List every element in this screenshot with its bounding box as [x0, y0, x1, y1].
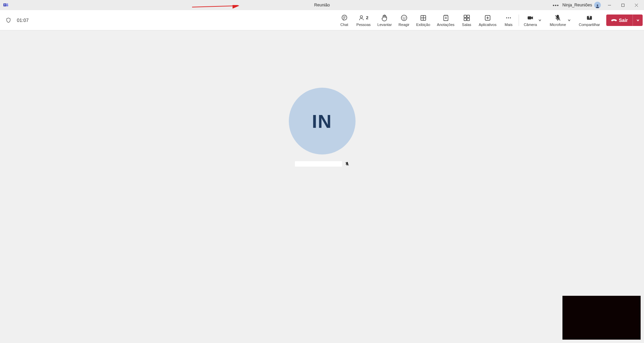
participant-initials: IN: [312, 110, 332, 132]
svg-rect-29: [464, 18, 466, 20]
view-button[interactable]: Exibição: [413, 10, 434, 30]
camera-icon: [527, 14, 534, 22]
leave-button-group: Sair: [606, 15, 643, 26]
notes-icon: [442, 14, 450, 22]
microphone-muted-icon: [554, 14, 561, 22]
participant-name-redacted: [295, 161, 342, 167]
notes-button[interactable]: Anotações: [434, 10, 458, 30]
svg-point-14: [360, 16, 363, 18]
svg-point-36: [510, 17, 511, 18]
title-bar: T Reunião ••• Ninja_Reuniões: [0, 0, 644, 10]
svg-point-35: [508, 17, 509, 18]
svg-rect-37: [527, 16, 531, 19]
share-icon: [586, 14, 593, 22]
view-icon: [420, 14, 427, 22]
participant-tile: IN: [289, 88, 356, 167]
notes-label: Anotações: [437, 23, 455, 27]
raise-hand-label: Levantar: [377, 23, 392, 27]
react-label: Reagir: [399, 23, 409, 27]
window-close-button[interactable]: [631, 1, 641, 9]
window-minimize-button[interactable]: [604, 1, 614, 9]
participant-avatar: IN: [289, 88, 356, 154]
apps-button[interactable]: Aplicativos: [476, 10, 500, 30]
titlebar-more-button[interactable]: •••: [553, 2, 559, 8]
view-label: Exibição: [416, 23, 430, 27]
svg-text:T: T: [4, 4, 6, 6]
apps-icon: [484, 14, 491, 22]
participant-name-row: [295, 161, 349, 167]
current-user[interactable]: Ninja_Reuniões: [562, 2, 601, 8]
svg-rect-3: [7, 5, 8, 6]
svg-rect-30: [467, 18, 469, 20]
people-label: Pessoas: [357, 23, 371, 27]
share-button[interactable]: Compartilhar: [576, 10, 604, 30]
svg-point-16: [403, 17, 403, 17]
svg-point-15: [401, 15, 407, 21]
svg-point-11: [342, 15, 347, 20]
camera-button[interactable]: Câmera: [520, 10, 546, 30]
svg-point-4: [597, 4, 599, 6]
teams-app-icon: T: [3, 2, 9, 8]
svg-point-17: [405, 17, 405, 17]
rooms-button[interactable]: Salas: [458, 10, 476, 30]
rooms-icon: [463, 14, 470, 22]
rooms-label: Salas: [462, 23, 471, 27]
chat-button[interactable]: Chat: [336, 10, 353, 30]
meeting-timer: 01:07: [17, 18, 29, 23]
self-video-thumbnail[interactable]: [562, 296, 641, 340]
people-count: 2: [366, 15, 368, 20]
microphone-chevron-icon[interactable]: [566, 19, 572, 22]
camera-label: Câmera: [524, 23, 537, 27]
leave-button[interactable]: Sair: [606, 15, 633, 26]
svg-point-34: [506, 17, 507, 18]
svg-rect-27: [464, 15, 466, 17]
hangup-icon: [611, 17, 617, 23]
shield-icon[interactable]: [5, 17, 11, 23]
react-icon: [400, 14, 408, 22]
current-user-name: Ninja_Reuniões: [562, 3, 592, 7]
raise-hand-icon: [381, 14, 388, 22]
svg-point-2: [7, 3, 8, 5]
camera-chevron-icon[interactable]: [537, 19, 543, 22]
apps-label: Aplicativos: [479, 23, 497, 27]
meeting-stage: IN: [0, 30, 644, 343]
meeting-toolbar: 01:07 Chat 2 Pessoas Levantar R: [0, 10, 644, 30]
participant-muted-icon: [345, 162, 349, 166]
microphone-label: Microfone: [550, 23, 566, 27]
people-icon: 2: [359, 14, 368, 22]
current-user-avatar: [594, 2, 601, 8]
more-icon: [505, 14, 512, 22]
more-label: Mais: [505, 23, 513, 27]
leave-dropdown-button[interactable]: [633, 15, 643, 26]
toolbar-separator: [519, 15, 519, 26]
raise-hand-button[interactable]: Levantar: [374, 10, 395, 30]
svg-rect-21: [443, 15, 448, 21]
svg-rect-28: [467, 15, 469, 17]
people-button[interactable]: 2 Pessoas: [353, 10, 374, 30]
chat-icon: [341, 14, 348, 22]
window-title: Reunião: [314, 3, 330, 7]
leave-label: Sair: [619, 18, 628, 23]
svg-rect-6: [621, 4, 624, 6]
microphone-button[interactable]: Microfone: [546, 10, 575, 30]
window-maximize-button[interactable]: [618, 1, 628, 9]
more-button[interactable]: Mais: [500, 10, 517, 30]
react-button[interactable]: Reagir: [395, 10, 413, 30]
share-label: Compartilhar: [579, 23, 600, 27]
chat-label: Chat: [340, 23, 348, 27]
